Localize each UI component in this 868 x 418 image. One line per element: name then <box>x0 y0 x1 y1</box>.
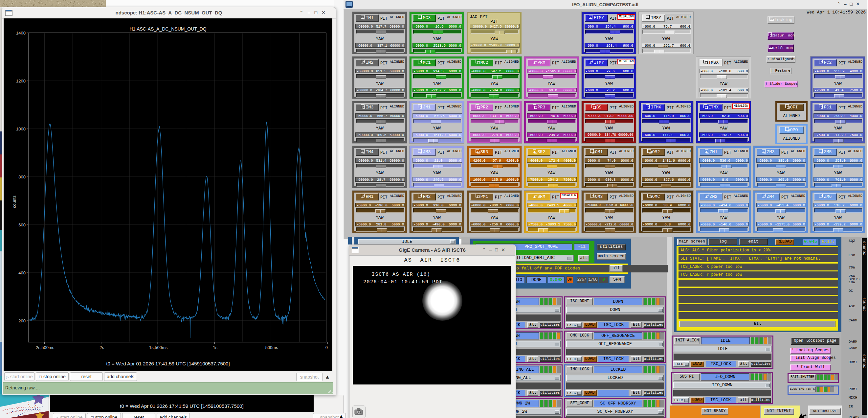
svg-text:1200: 1200 <box>16 79 26 84</box>
svg-text:1400: 1400 <box>16 31 26 35</box>
svg-text:-2s,500ms: -2s,500ms <box>34 345 55 350</box>
svg-text:0: 0 <box>326 345 328 350</box>
svg-text:-2s: -2s <box>98 345 104 350</box>
svg-text:-500ms: -500ms <box>264 345 278 350</box>
svg-text:400: 400 <box>19 270 26 275</box>
svg-text:-1s,500ms: -1s,500ms <box>148 345 168 350</box>
svg-text:1000: 1000 <box>16 126 26 131</box>
svg-text:600: 600 <box>19 222 26 228</box>
svg-text:800: 800 <box>19 175 26 179</box>
svg-text:200: 200 <box>19 319 26 323</box>
svg-text:-1s: -1s <box>212 345 218 350</box>
